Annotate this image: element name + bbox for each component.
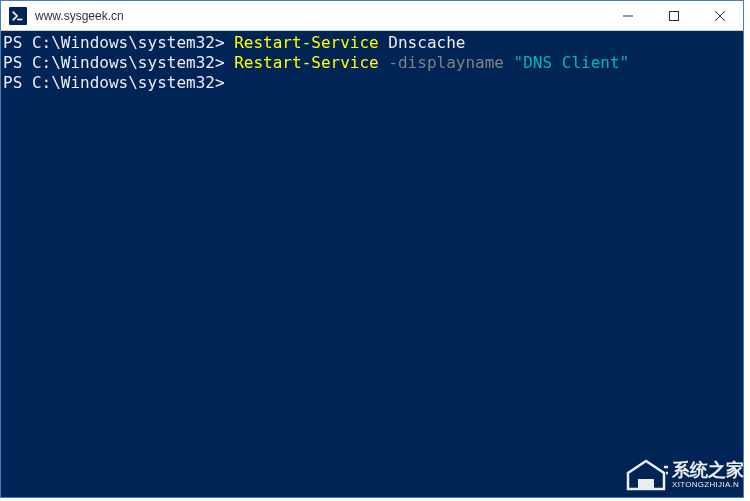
parameter: -displayname (388, 53, 504, 72)
window-controls (605, 1, 743, 30)
close-button[interactable] (697, 1, 743, 30)
minimize-button[interactable] (605, 1, 651, 30)
watermark-name: 系统之家 (672, 461, 744, 481)
window-title: www.sysgeek.cn (35, 9, 605, 23)
argument: Dnscache (388, 33, 465, 52)
powershell-window: www.sysgeek.cn PS C:\Windows\system32> R… (0, 0, 744, 498)
prompt: PS C:\Windows\system32> (3, 33, 225, 52)
svg-rect-1 (670, 11, 679, 20)
watermark-text: 系统之家 XITONGZHIJIA.N (672, 461, 744, 490)
window-titlebar[interactable]: www.sysgeek.cn (1, 1, 743, 31)
prompt: PS C:\Windows\system32> (3, 53, 225, 72)
watermark-logo-icon (624, 457, 668, 493)
terminal-area[interactable]: PS C:\Windows\system32> Restart-Service … (1, 31, 743, 497)
watermark-url: XITONGZHIJIA.N (672, 481, 744, 490)
cursor (234, 74, 243, 92)
svg-rect-4 (638, 479, 654, 489)
string-value: "DNS Client" (514, 53, 630, 72)
command: Restart-Service (234, 33, 379, 52)
prompt: PS C:\Windows\system32> (3, 73, 225, 92)
watermark: 系统之家 XITONGZHIJIA.N (624, 457, 744, 493)
maximize-button[interactable] (651, 1, 697, 30)
terminal-line: PS C:\Windows\system32> Restart-Service … (3, 53, 743, 73)
terminal-line: PS C:\Windows\system32> Restart-Service … (3, 33, 743, 53)
command: Restart-Service (234, 53, 379, 72)
terminal-line: PS C:\Windows\system32> (3, 73, 743, 93)
powershell-icon (9, 7, 27, 25)
